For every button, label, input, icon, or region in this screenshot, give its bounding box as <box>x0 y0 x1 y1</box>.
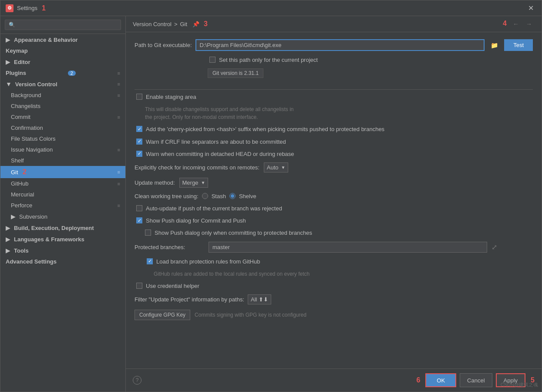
sidebar-item-github[interactable]: GitHub ≡ <box>0 178 125 189</box>
filter-arrow: ⬆⬇ <box>259 296 268 303</box>
auto-update-checkbox[interactable] <box>136 205 142 211</box>
sidebar-label-shelf: Shelf <box>11 157 24 164</box>
ok-button[interactable]: OK <box>425 373 456 387</box>
git-path-row: Path to Git executable: 📁 Test <box>135 39 533 51</box>
folder-icon[interactable]: 📁 <box>488 41 501 50</box>
show-push-protected-row: Show Push dialog only when committing to… <box>135 229 533 237</box>
sidebar-label-vc: Version Control <box>15 81 57 88</box>
load-protection-label: Load branch protection rules from GitHub <box>156 258 260 266</box>
sidebar-item-subversion[interactable]: ▶ Subversion <box>0 211 125 222</box>
help-button[interactable]: ? <box>133 376 141 385</box>
filter-select[interactable]: All ⬆⬇ <box>248 294 271 304</box>
sidebar-item-tools[interactable]: ▶ Tools <box>0 245 125 256</box>
update-method-value: Merge <box>182 179 199 186</box>
annotation-6: 6 <box>416 373 420 387</box>
detached-head-checkbox[interactable] <box>136 151 142 157</box>
test-button[interactable]: Test <box>504 39 533 51</box>
pin-icon[interactable]: 📌 <box>192 21 199 27</box>
protected-branches-input[interactable] <box>209 242 487 253</box>
sidebar-item-version-control[interactable]: ▼ Version Control ≡ <box>0 78 125 90</box>
sidebar-label-perforce: Perforce <box>11 202 32 209</box>
settings-icon: ⚙ <box>6 4 13 12</box>
crlf-checkbox[interactable] <box>136 139 142 145</box>
sidebar-label-tools: Tools <box>14 247 29 254</box>
load-protection-row: Load branch protection rules from GitHub <box>145 258 533 266</box>
sidebar-item-advanced[interactable]: Advanced Settings <box>0 256 125 267</box>
sidebar-item-background[interactable]: Background ≡ <box>0 90 125 101</box>
auto-update-row: Auto-update if push of the current branc… <box>135 205 533 213</box>
expand-protected-icon[interactable]: ⤢ <box>492 243 497 251</box>
credential-helper-checkbox[interactable] <box>136 283 142 289</box>
sidebar-label-editor: Editor <box>14 59 30 65</box>
auto-update-label: Auto-update if push of the current branc… <box>146 205 282 213</box>
breadcrumb-separator: > <box>174 21 178 27</box>
search-input[interactable] <box>5 20 121 30</box>
annotation-1: 1 <box>42 4 46 12</box>
sidebar-item-keymap[interactable]: Keymap <box>0 45 125 56</box>
expand-tools-icon: ▶ <box>6 247 10 254</box>
crlf-row: Warn if CRLF line separators are about t… <box>135 138 533 146</box>
annotation-2: 2 <box>23 168 27 176</box>
stash-radio[interactable] <box>202 193 208 199</box>
sidebar-label-plugins: Plugins <box>6 70 26 76</box>
sidebar-label-subversion: Subversion <box>19 213 47 220</box>
git-path-input[interactable] <box>195 39 485 51</box>
shelve-label: Shelve <box>239 193 256 199</box>
gpg-info: Commits signing with GPG key is not conf… <box>195 312 306 318</box>
load-protection-checkbox[interactable] <box>147 258 153 264</box>
sidebar-item-confirmation[interactable]: Confirmation <box>0 122 125 133</box>
cancel-button[interactable]: Cancel <box>460 373 492 387</box>
annotation-3: 3 <box>204 20 208 28</box>
sidebar-item-issue-nav[interactable]: Issue Navigation ≡ <box>0 144 125 155</box>
sidebar-item-commit[interactable]: Commit ≡ <box>0 112 125 122</box>
show-push-checkbox[interactable] <box>136 217 142 223</box>
forward-arrow[interactable]: → <box>523 20 535 28</box>
current-project-checkbox[interactable] <box>209 57 215 63</box>
bottom-left: ? <box>133 376 141 385</box>
breadcrumb-part2: Git <box>180 21 187 27</box>
back-arrow[interactable]: ← <box>510 20 522 28</box>
sidebar-item-perforce[interactable]: Perforce ≡ <box>0 200 125 211</box>
breadcrumb-part1: Version Control <box>133 21 172 27</box>
main-panel: Version Control > Git 📌 3 4 ← → Path to … <box>126 16 542 392</box>
sidebar-item-file-status[interactable]: File Status Colors <box>0 133 125 144</box>
sidebar-label-commit: Commit <box>11 114 30 120</box>
sidebar-item-shelf[interactable]: Shelf <box>0 155 125 166</box>
cherry-pick-checkbox[interactable] <box>136 126 142 132</box>
search-box <box>0 16 125 34</box>
update-method-select[interactable]: Merge ▼ <box>179 178 209 188</box>
git-settings-icon: ≡ <box>118 169 120 175</box>
sidebar-label-confirmation: Confirmation <box>11 125 43 131</box>
show-push-label: Show Push dialog for Commit and Push <box>146 217 246 225</box>
sidebar-item-appearance[interactable]: ▶ Appearance & Behavior <box>0 34 125 45</box>
explicit-check-row: Explicitly check for incoming commits on… <box>135 162 533 172</box>
sidebar-item-build[interactable]: ▶ Build, Execution, Deployment <box>0 222 125 233</box>
sidebar-item-git[interactable]: Git 2 ≡ <box>0 166 125 178</box>
perforce-settings-icon: ≡ <box>118 203 120 208</box>
explicit-check-select[interactable]: Auto ▼ <box>264 162 289 172</box>
stash-label: Stash <box>212 193 226 199</box>
detached-head-row: Warn when committing in detached HEAD or… <box>135 150 533 158</box>
update-method-row: Update method: Merge ▼ <box>135 178 533 188</box>
sidebar-item-plugins[interactable]: Plugins 2 ≡ <box>0 68 125 78</box>
filter-value: All <box>251 296 257 303</box>
expand-icon: ▶ <box>6 36 10 43</box>
sidebar-item-languages[interactable]: ▶ Languages & Frameworks <box>0 233 125 245</box>
titlebar-left: ⚙ Settings 1 <box>6 4 46 12</box>
show-push-protected-checkbox[interactable] <box>145 230 151 236</box>
sidebar-item-mercurial[interactable]: Mercurial <box>0 189 125 200</box>
filter-row: Filter "Update Project" information by p… <box>135 294 533 304</box>
sidebar: ▶ Appearance & Behavior Keymap ▶ Editor … <box>0 16 126 392</box>
sidebar-item-editor[interactable]: ▶ Editor <box>0 56 125 68</box>
expand-svn-icon: ▶ <box>11 213 16 220</box>
staging-area-checkbox[interactable] <box>136 94 142 100</box>
protected-branches-label: Protected branches: <box>135 244 204 250</box>
commit-settings-icon: ≡ <box>118 115 120 120</box>
close-button[interactable]: ✕ <box>525 3 536 13</box>
expand-build-icon: ▶ <box>6 224 10 231</box>
sidebar-label-file-status: File Status Colors <box>11 135 56 142</box>
configure-gpg-button[interactable]: Configure GPG Key <box>135 310 190 320</box>
expand-lang-icon: ▶ <box>6 236 10 243</box>
sidebar-item-changelists[interactable]: Changelists <box>0 101 125 112</box>
shelve-radio[interactable] <box>229 193 236 199</box>
